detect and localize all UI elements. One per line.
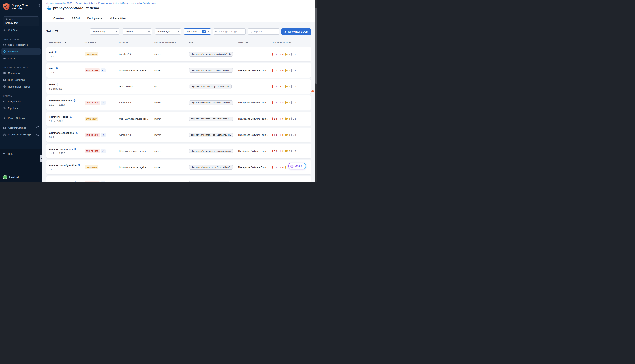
severity-letter: M xyxy=(286,134,288,136)
purl-value[interactable]: pkg:maven/org.apache.commons/com… xyxy=(189,149,233,154)
column-header-supplier[interactable]: SUPPLIER xyxy=(238,41,273,44)
table-row[interactable]: bash5.1-6ubuntu1-GPL-3.0-onlydebpkg:deb/… xyxy=(47,79,311,94)
sidebar-item-label: Integrations xyxy=(8,100,21,103)
version-to: 1.19.0 xyxy=(57,120,63,122)
version-to: 1.28.0 xyxy=(59,152,65,155)
package-manager-search[interactable] xyxy=(213,28,246,35)
breadcrumb-link[interactable]: Artifacts xyxy=(120,2,128,4)
severity-count: 0 xyxy=(282,166,284,168)
severity-letter: L xyxy=(293,53,294,56)
severity-letter: C xyxy=(274,134,275,136)
sidebar-item-pipelines[interactable]: Pipelines xyxy=(0,105,42,112)
oss-risk-badge: OUTDATED xyxy=(85,117,98,121)
tab-overview[interactable]: Overview xyxy=(53,15,65,22)
tab-sbom[interactable]: SBOM xyxy=(72,15,80,22)
breadcrumb-link[interactable]: pranaycshah/todolist-demo xyxy=(131,2,156,4)
scrollbar[interactable] xyxy=(315,0,317,182)
column-header-license[interactable]: LICENSE xyxy=(119,41,154,44)
purl-value[interactable]: pkg:maven/commons-beanutils/comm… xyxy=(189,100,233,105)
sidebar-item-cicd[interactable]: CI/CD xyxy=(0,55,42,62)
sidebar-item-label: Code Repositories xyxy=(8,44,28,46)
purl-value[interactable]: pkg:maven/org.apache.ant/ant@1.6… xyxy=(189,52,233,56)
sidebar-item-rule-definitions[interactable]: Rule Definitions xyxy=(0,76,42,83)
severity-letter: M xyxy=(286,118,288,120)
breadcrumb-separator: › xyxy=(118,2,119,4)
severity-count: 0 xyxy=(289,118,290,120)
oss-risks-cell: END OF LIFE+1 xyxy=(85,182,119,182)
supplier-search[interactable] xyxy=(248,28,280,35)
apps-grid-icon[interactable] xyxy=(37,4,40,7)
package-manager-cell: maven xyxy=(154,118,189,120)
sidebar-item-artifacts[interactable]: Artifacts xyxy=(2,48,41,55)
purl-value[interactable]: pkg:maven/commons-configuration/… xyxy=(189,165,233,170)
purl-value[interactable]: pkg:maven/commons-fileupload/… xyxy=(189,181,229,182)
column-header-oss_risks[interactable]: OSS RISKS xyxy=(85,41,119,44)
sidebar-item-account-settings[interactable]: Account Settingsi xyxy=(0,124,42,131)
supplier-search-input[interactable] xyxy=(253,30,278,33)
sidebar-item-help[interactable]: ? Help xyxy=(0,149,42,158)
breadcrumb-link[interactable]: Organization: default xyxy=(76,2,95,4)
toolbar: Total: 73 Download SBOM xyxy=(42,28,315,35)
package-manager-search-input[interactable] xyxy=(219,30,244,33)
dependency-version: 5.1-6ubuntu1 xyxy=(49,88,62,90)
supplier-text: The Apache Software Foun… xyxy=(238,118,268,120)
severity-bar xyxy=(285,69,286,72)
column-header-purl[interactable]: PURL xyxy=(189,41,238,44)
purl-value[interactable]: pkg:deb/ubuntu/bash@5.1-6ubuntu1 xyxy=(189,84,232,89)
breadcrumb-link[interactable]: Project: pranay-test xyxy=(98,2,117,4)
sidebar-item-organization-settings[interactable]: Organization Settingsi xyxy=(0,131,42,138)
table-row[interactable]: commons-compress1.4.1→1.28.0END OF LIFE+… xyxy=(47,144,311,158)
oss-risk-badge[interactable]: +1 xyxy=(101,133,106,137)
breadcrumb-link[interactable]: Account: Automation-SSCA xyxy=(47,2,72,4)
table-row[interactable]: avro1.7.7END OF LIFE+1http---www.apache.… xyxy=(47,63,311,78)
sidebar-item-integrations[interactable]: Integrations xyxy=(0,98,42,105)
severity-count: 0 xyxy=(295,102,296,104)
oss-risk-badge[interactable]: +1 xyxy=(101,182,106,182)
severity-bar xyxy=(279,118,279,120)
layers-icon xyxy=(78,164,81,166)
severity-bar xyxy=(279,85,279,88)
license-cell: Apache-2.0 xyxy=(119,102,154,104)
sidebar-item-get-started[interactable]: Get Started xyxy=(0,27,42,34)
severity-letter: C xyxy=(274,118,275,120)
scrollbar-thumb[interactable] xyxy=(315,8,317,84)
sidebar-collapse-handle[interactable] xyxy=(40,155,42,162)
table-row[interactable]: commons-configuration1.6OUTDATEDhttp---w… xyxy=(47,160,311,174)
table-row[interactable]: commons-fileuploadEND OF LIFE+1Apache-2.… xyxy=(47,176,311,182)
severity-bar xyxy=(279,134,279,136)
ask-ai-button[interactable]: Ask AI xyxy=(288,163,306,169)
column-header-package_manager[interactable]: PACKAGE MANAGER xyxy=(154,41,189,44)
severity-letter: L xyxy=(293,150,294,152)
filter-dropdown-license[interactable]: License xyxy=(123,28,152,35)
table-row[interactable]: ant1.6.5OUTDATEDApache-2.0mavenpkg:maven… xyxy=(47,47,311,62)
oss-risk-badge[interactable]: +1 xyxy=(101,101,106,105)
sidebar-section-label: RISK AND COMPLIANCE xyxy=(0,62,42,70)
project-selector[interactable]: PROJECT pranay-test › xyxy=(3,16,39,26)
table-row[interactable]: commons-beanutils1.8.3→1.11.0END OF LIFE… xyxy=(47,96,311,110)
table-row[interactable]: commons-collections3.2.1END OF LIFE+1Apa… xyxy=(47,128,311,142)
tab-deployments[interactable]: Deployments xyxy=(87,15,103,22)
column-header-label: VULNERABILITIES xyxy=(273,41,291,44)
user-menu[interactable]: L Lavakush xyxy=(3,175,20,180)
filter-dropdown-dependency[interactable]: Dependency xyxy=(90,28,119,35)
purl-value[interactable]: pkg:maven/commons-codec/commons-… xyxy=(189,116,233,121)
purl-value[interactable]: pkg:maven/commons-collections/co… xyxy=(189,133,233,137)
cube-icon xyxy=(5,18,8,20)
filter-dropdown-image-layer[interactable]: Image Layer xyxy=(155,28,181,35)
oss-risk-badge[interactable]: +1 xyxy=(101,68,106,72)
column-header-vulnerabilities[interactable]: VULNERABILITIES xyxy=(273,41,311,44)
column-header-dependency[interactable]: DEPENDENCY xyxy=(49,41,85,44)
purl-value[interactable]: pkg:maven/org.apache.avro/avro@1… xyxy=(189,68,233,73)
sidebar-item-project-settings[interactable]: Project Settings› xyxy=(0,115,42,121)
download-sbom-button[interactable]: Download SBOM xyxy=(282,28,311,35)
dependency-name-text: commons-configuration xyxy=(49,164,77,166)
table-row[interactable]: commons-codec1.6→1.19.0OUTDATEDhttp---ww… xyxy=(47,112,311,126)
oss-risk-badge[interactable]: +1 xyxy=(101,149,106,153)
tab-vulnerabilities[interactable]: Vulnerabilities xyxy=(110,15,126,22)
version-from: 1.7.7 xyxy=(49,71,54,74)
vuln-high-count: H1 xyxy=(279,85,284,88)
filter-dropdown-oss-risks[interactable]: OSS Risks01 xyxy=(184,28,211,35)
sidebar-item-compliance[interactable]: Compliance xyxy=(0,70,42,76)
sidebar-item-code-repositories[interactable]: Code Repositories xyxy=(0,42,42,48)
sidebar-item-remediation-tracker[interactable]: Remediation Tracker xyxy=(0,83,42,90)
